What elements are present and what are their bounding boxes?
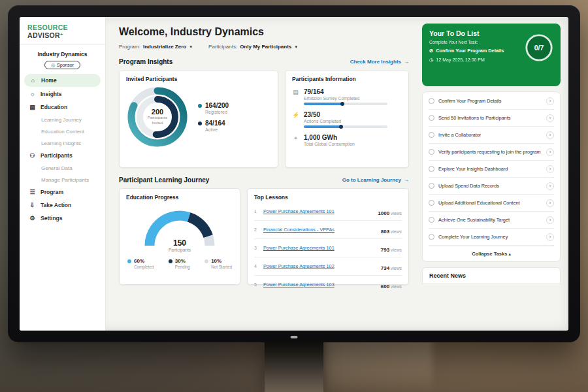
lesson-rank: 2	[254, 227, 259, 232]
chevron-right-icon: ›	[546, 199, 554, 207]
lesson-row: 3Power Purchase Agreements 101793 views	[254, 239, 402, 257]
chevron-right-icon: ›	[546, 233, 554, 241]
card-title: Top Lessons	[254, 194, 402, 201]
checkbox-icon[interactable]	[429, 234, 434, 240]
info-value: 23/50	[304, 111, 387, 118]
section-title-program-insights: Program Insights	[119, 58, 172, 65]
lesson-rank: 3	[254, 246, 259, 250]
sponsor-badge[interactable]: ◎ Sponsor	[44, 61, 80, 69]
sidebar-item-general-data[interactable]: General Data	[20, 162, 105, 174]
filter-bar: Program: Industrialize Zero ▼ Participan…	[119, 44, 409, 50]
todo-item-label: Upload Additional Educational Content	[438, 200, 542, 206]
checkbox-icon[interactable]	[429, 200, 434, 206]
participants-filter-value: Only My Participants	[240, 44, 291, 50]
todo-item[interactable]: Upload Additional Educational Content›	[429, 195, 554, 212]
checkbox-icon[interactable]	[429, 115, 434, 121]
todo-item[interactable]: Achieve One Sustainability Target›	[429, 212, 554, 229]
legend-value: 84/164	[205, 120, 225, 127]
lesson-row: 5Power Purchase Agreements 103600 views	[254, 276, 402, 293]
checkbox-icon[interactable]	[429, 98, 434, 104]
todo-item[interactable]: Invite a Collaborator›	[429, 127, 554, 144]
sidebar-item-insights[interactable]: ☼Insights	[20, 88, 105, 101]
lesson-views: 600 views	[381, 279, 402, 291]
lesson-rank: 1	[254, 209, 259, 214]
donut-legend-item: 164/200Registered	[198, 102, 229, 114]
checkbox-icon[interactable]	[429, 149, 434, 155]
checkbox-icon[interactable]	[429, 183, 434, 189]
lesson-link[interactable]: Power Purchase Agreements 102	[263, 263, 377, 269]
info-value: 1,000 GWh	[304, 134, 355, 141]
participants-filter[interactable]: Participants: Only My Participants ▼	[208, 44, 298, 50]
sidebar-item-education[interactable]: ▤Education	[20, 101, 105, 114]
go-to-learning-journey-link[interactable]: Go to Learning Journey →	[342, 177, 409, 183]
sidebar-item-learning-journey[interactable]: Learning Journey	[20, 114, 105, 125]
sidebar-item-label: Learning Insights	[41, 140, 81, 146]
sidebar-item-home[interactable]: ⌂Home	[24, 74, 101, 87]
lesson-link[interactable]: Power Purchase Agreements 103	[263, 282, 377, 287]
legend-label: Registered	[205, 110, 229, 114]
sidebar-item-label: Settings	[41, 215, 63, 221]
program-filter[interactable]: Program: Industrialize Zero ▼	[119, 44, 193, 50]
checkbox-icon[interactable]	[429, 132, 434, 138]
section-title-learning-journey: Participant Learning Journey	[119, 176, 209, 184]
lesson-views-suffix: views	[389, 266, 402, 270]
info-label: Total Global Consumption	[304, 142, 355, 146]
sidebar-item-program[interactable]: ☰Program	[20, 186, 105, 199]
checkbox-icon[interactable]	[429, 166, 434, 172]
todo-item[interactable]: Explore Your Insights Dashboard›	[429, 161, 554, 178]
task-icon: ⊘	[429, 48, 433, 54]
donut-center-label: 200 Participants Invited	[142, 101, 173, 133]
donut-legend: 164/200Registered84/164Active	[198, 97, 229, 137]
participants-filter-label: Participants:	[208, 44, 237, 50]
sidebar-item-take-action[interactable]: ⇩Take Action	[20, 199, 105, 212]
participants-info-rows: ▤79/164Emission Survey Completed⚡23/50Ac…	[292, 88, 402, 148]
todo-item[interactable]: Confirm Your Program Details›	[429, 93, 554, 110]
sidebar-item-settings[interactable]: ⚙Settings	[20, 212, 105, 225]
app-window: RESOURCE ADVISOR+ Industry Dynamics ◎ Sp…	[20, 17, 568, 331]
sponsor-badge-label: Sponsor	[57, 63, 74, 67]
todo-item[interactable]: Send 50 Invitations to Participants›	[429, 110, 554, 127]
todo-next-task[interactable]: ⊘ Confirm Your Program Details	[429, 48, 521, 54]
progress-bar	[304, 125, 387, 128]
logo-advisor: ADVISOR	[27, 31, 60, 39]
lesson-link[interactable]: Power Purchase Agreements 101	[263, 208, 374, 214]
gauge-legend: 60%Completed30%Pending10%Not Started	[126, 258, 233, 269]
lesson-link[interactable]: Financial Considerations - VPPAs	[263, 227, 377, 233]
todo-due-label: 12 May 2025, 12:00 PM	[436, 57, 485, 62]
recent-news-header[interactable]: Recent News	[422, 267, 561, 284]
todo-item[interactable]: Complete Your Learning Journey›	[429, 229, 554, 246]
right-panel: Your To Do List Complete Your Next Task:…	[418, 17, 568, 331]
recent-news-title: Recent News	[429, 272, 466, 279]
sidebar-item-label: Education	[41, 104, 67, 110]
link-label: Go to Learning Journey	[342, 177, 401, 183]
gauge-center-caption: Participants	[138, 248, 221, 252]
sidebar-item-manage-participants[interactable]: Manage Participants	[20, 174, 105, 186]
sidebar-item-learning-insights[interactable]: Learning Insights	[20, 137, 105, 149]
chevron-right-icon: ›	[546, 165, 554, 173]
sidebar-item-participants[interactable]: ⚇Participants	[20, 149, 105, 162]
todo-item-label: Complete Your Learning Journey	[438, 234, 542, 240]
lesson-link[interactable]: Power Purchase Agreements 101	[263, 245, 377, 251]
active-dot	[198, 122, 202, 125]
lesson-views: 793 views	[381, 242, 402, 254]
collapse-tasks-button[interactable]: Collapse Tasks ▴	[429, 246, 554, 261]
donut-center-caption: Participants Invited	[142, 116, 173, 126]
legend-pct: 30%	[175, 258, 186, 264]
chevron-right-icon: ›	[546, 97, 554, 105]
todo-next-task-label: Confirm Your Program Details	[436, 48, 504, 54]
survey-icon: ▤	[292, 88, 299, 105]
logo-resource: RESOURCE	[27, 24, 68, 31]
actions-icon: ⚡	[292, 111, 299, 128]
lesson-views-count: 734	[381, 265, 389, 271]
check-more-insights-link[interactable]: Check More Insights →	[350, 59, 409, 65]
todo-item[interactable]: Verify participants requesting to join t…	[429, 144, 554, 161]
lesson-views-count: 600	[381, 284, 389, 289]
checkbox-icon[interactable]	[429, 217, 434, 223]
gauge-legend-item: 60%Completed	[127, 258, 154, 269]
participants-info-row: ⚡23/50Actions Completed	[292, 111, 402, 128]
consumption-icon: ⌖	[292, 134, 299, 148]
sidebar-item-education-content[interactable]: Education Content	[20, 125, 105, 137]
todo-item[interactable]: Upload Spend Data Records›	[429, 178, 554, 195]
education-icon: ▤	[29, 104, 36, 110]
link-label: Check More Insights	[350, 59, 401, 65]
